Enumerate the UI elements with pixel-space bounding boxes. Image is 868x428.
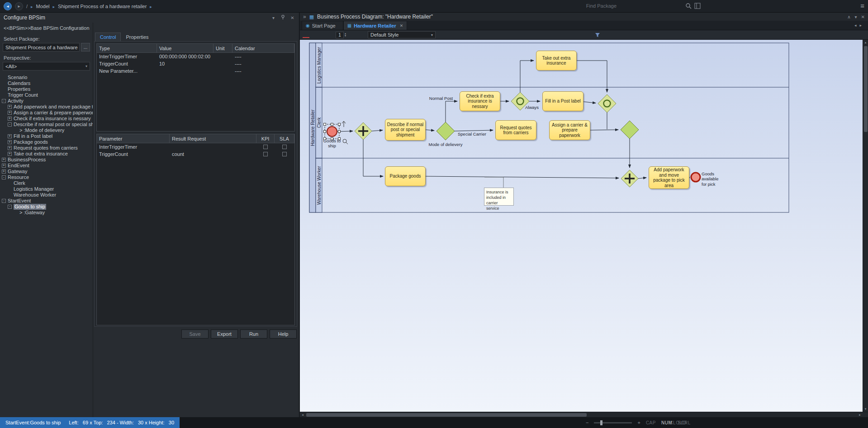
- vertical-scrollbar[interactable]: ▴ ▾: [863, 40, 868, 412]
- tree-expand-icon[interactable]: [2, 99, 6, 103]
- tree-item-startevent[interactable]: StartEvent: [0, 198, 93, 204]
- chevron-down-icon[interactable]: ▾: [855, 14, 857, 19]
- scroll-up-icon[interactable]: ▴: [863, 40, 868, 45]
- pool-label[interactable]: Hardware Retailer: [309, 43, 316, 212]
- tab-scroll-left-icon[interactable]: ◂: [854, 23, 857, 28]
- zoom-slider-thumb[interactable]: [600, 420, 602, 425]
- tree-item-goods-to-ship[interactable]: Goods to ship: [0, 204, 93, 210]
- space-evenly-icon[interactable]: [468, 31, 475, 38]
- tree-item-activity[interactable]: Activity: [0, 98, 93, 104]
- tree-expand-icon[interactable]: [8, 105, 12, 109]
- parameter-row[interactable]: New Parameter... ----: [97, 67, 294, 75]
- tree-expand-icon[interactable]: [8, 146, 12, 150]
- start-event-label[interactable]: Goods to ship: [321, 138, 343, 149]
- column-header[interactable]: SLA: [275, 134, 294, 143]
- tree-item-assign-carrier[interactable]: Assign a carrier & prepare paperwork: [0, 110, 93, 116]
- tree-item-businessprocess[interactable]: BusinessProcess: [0, 157, 93, 163]
- chevron-down-icon[interactable]: [446, 31, 449, 38]
- close-icon[interactable]: ✕: [289, 15, 295, 20]
- lane-label-warehouse-worker[interactable]: Warehouse Worker: [316, 158, 322, 212]
- column-header[interactable]: Type: [97, 44, 157, 52]
- tree-expand-icon[interactable]: [8, 122, 12, 127]
- inclusive-gateway-2[interactable]: [598, 94, 616, 113]
- tab-control[interactable]: Control: [95, 33, 121, 42]
- sla-checkbox[interactable]: [282, 152, 287, 156]
- delete-icon[interactable]: [526, 31, 533, 38]
- chevron-down-icon[interactable]: ▾: [270, 15, 276, 20]
- stepper-down-icon[interactable]: ▾: [345, 35, 346, 37]
- tree-item-gateway[interactable]: Gateway: [0, 169, 93, 174]
- tree-item-warehouse-worker[interactable]: Warehouse Worker: [0, 192, 93, 198]
- tree-item-add-paperwork[interactable]: Add paperwork and move package to pick a…: [0, 104, 93, 110]
- task-check-insurance[interactable]: Check if extra insurance is nessary: [460, 91, 500, 111]
- style-dropdown[interactable]: Default Style ▾: [368, 31, 436, 38]
- horizontal-scrollbar[interactable]: ◂ ▸: [300, 412, 868, 417]
- chevron-down-icon[interactable]: [318, 31, 321, 38]
- tab-start-page[interactable]: ◉ Start Page: [302, 21, 343, 30]
- tree-item-calendars[interactable]: Calendars: [0, 80, 93, 86]
- scroll-left-icon[interactable]: ◂: [300, 413, 305, 417]
- tree-item-check-insurance[interactable]: Check if extra insurance is nessary: [0, 116, 93, 122]
- tree-expand-icon[interactable]: [2, 164, 6, 168]
- column-header[interactable]: Result Request: [170, 134, 256, 143]
- search-icon[interactable]: [685, 3, 692, 10]
- parameter-row[interactable]: TriggerCount 10 ----: [97, 60, 294, 67]
- tree-item-gateway-child[interactable]: > :Gateway: [0, 210, 93, 216]
- tree-expand-icon[interactable]: [2, 169, 6, 174]
- task-request-quotes[interactable]: Request quotes from carriers: [495, 120, 536, 140]
- run-button[interactable]: Run: [240, 329, 267, 339]
- breadcrumb-root[interactable]: /: [26, 4, 28, 9]
- task-add-paperwork[interactable]: Add paperwork and move package to pick a…: [649, 166, 689, 189]
- gateway-label-mode-of-delivery[interactable]: Mode of delievery: [425, 142, 466, 147]
- tree-item-scenario[interactable]: Scenario: [0, 75, 93, 80]
- chevron-up-icon[interactable]: ∧: [847, 14, 850, 19]
- align-left-icon[interactable]: [451, 31, 458, 38]
- format-painter-icon[interactable]: [349, 31, 356, 38]
- fill-color-icon[interactable]: [311, 31, 318, 38]
- tree-item-fill-post-label[interactable]: Fill in a Post label: [0, 133, 93, 139]
- browse-button[interactable]: ...: [81, 43, 90, 52]
- tree-expand-icon[interactable]: [2, 199, 6, 203]
- scrollbar-thumb[interactable]: [306, 413, 587, 417]
- result-row[interactable]: TriggerCount count: [97, 151, 294, 158]
- parameter-row[interactable]: InterTriggerTimer 000:000:000 000:02:00 …: [97, 53, 294, 60]
- scroll-down-icon[interactable]: ▾: [863, 406, 868, 412]
- hamburger-menu-icon[interactable]: ≡: [860, 2, 864, 9]
- column-header[interactable]: Parameter: [97, 134, 170, 143]
- save-button[interactable]: Save: [181, 329, 209, 339]
- tree-item-take-out-insurance[interactable]: Take out extra insurance: [0, 151, 93, 157]
- pin-icon[interactable]: [280, 15, 286, 21]
- export-button[interactable]: Export: [211, 329, 238, 339]
- lane-label-logistics-manager[interactable]: Logistics Manager: [316, 43, 322, 87]
- nav-back-button[interactable]: ◂: [4, 2, 12, 10]
- same-height-icon[interactable]: [485, 31, 492, 38]
- pen-icon[interactable]: [357, 31, 364, 38]
- nav-forward-button[interactable]: ▸: [15, 2, 23, 10]
- diagram-canvas[interactable]: Hardware Retailer Logistics Manager Cler…: [300, 40, 863, 412]
- group-icon[interactable]: [503, 31, 509, 38]
- align-middle-icon[interactable]: [460, 31, 466, 38]
- kpi-checkbox[interactable]: [263, 145, 268, 149]
- swimlane-icon[interactable]: [514, 31, 521, 38]
- tree-item-resource[interactable]: Resource: [0, 174, 93, 180]
- task-package-goods[interactable]: Package goods: [385, 166, 426, 186]
- parallel-gateway-1[interactable]: [355, 122, 372, 140]
- chevron-down-icon[interactable]: [330, 31, 333, 38]
- tree-expand-icon[interactable]: [8, 152, 12, 156]
- chevron-down-icon[interactable]: [521, 31, 524, 38]
- tree-expand-icon[interactable]: [8, 140, 12, 144]
- column-header[interactable]: Calendar: [232, 44, 294, 52]
- zoom-out-icon[interactable]: −: [586, 420, 588, 425]
- find-package-field[interactable]: Find Package: [586, 3, 617, 9]
- zoom-slider[interactable]: [594, 422, 632, 423]
- tab-close-icon[interactable]: ✕: [400, 24, 403, 28]
- workspace-layout-icon[interactable]: [694, 3, 701, 10]
- task-fill-post-label[interactable]: Fill in a Post label: [542, 91, 583, 111]
- result-row[interactable]: InterTriggerTimer: [97, 143, 294, 151]
- same-width-icon[interactable]: [477, 31, 484, 38]
- tree-expand-icon[interactable]: [2, 175, 6, 179]
- tree-expand-icon[interactable]: [8, 134, 12, 138]
- tree-expand-icon[interactable]: [8, 111, 12, 115]
- tree-item-logistics-manager[interactable]: Logistics Manager: [0, 186, 93, 192]
- column-header[interactable]: Unit: [213, 44, 232, 52]
